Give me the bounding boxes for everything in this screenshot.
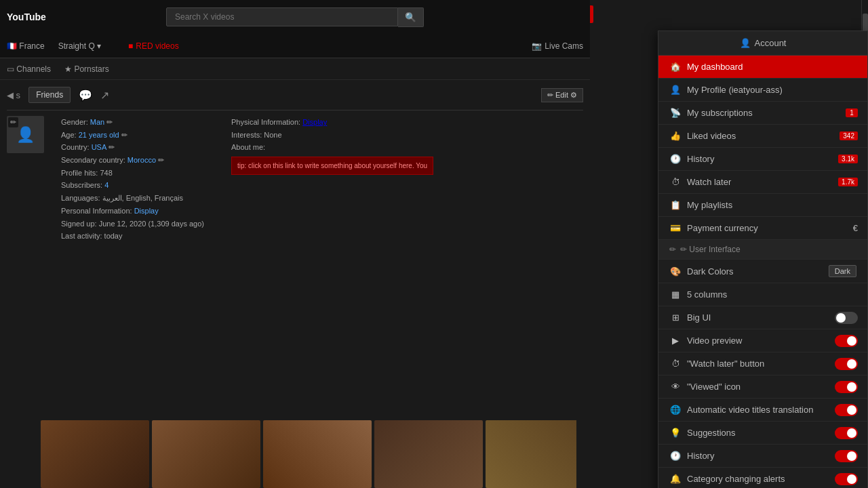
menu-item-watchlater-btn[interactable]: ⏱ "Watch later" button	[658, 352, 867, 375]
subscribers-link[interactable]: 4	[104, 181, 108, 189]
nav-straight[interactable]: Straight Q ▾	[58, 41, 101, 51]
menu-item-profile[interactable]: 👤 My Profile (ieatyour-ass)	[658, 79, 867, 102]
liked-icon: 👍	[669, 131, 682, 141]
sec-nav-arrow[interactable]: ◀ s	[7, 90, 20, 100]
columns-label: 5 columns	[687, 289, 727, 300]
personal-info-link[interactable]: Display	[134, 207, 159, 215]
dropdown-header: 👤 Account	[658, 31, 867, 56]
menu-item-watchlater[interactable]: ⏱ Watch later 1.7k	[658, 171, 867, 194]
profile-actions: ◀ s Friends 💬 ↗ ✏ Edit ⚙	[7, 87, 583, 103]
menu-item-viewed-icon[interactable]: 👁 "Viewed" icon	[658, 375, 867, 399]
thumbnail-5[interactable]	[486, 420, 576, 488]
about-field: About me:	[231, 141, 433, 154]
thumbnail-4[interactable]	[374, 420, 483, 488]
profile-info: Gender: Man ✏ Age: 21 years old ✏ Countr…	[61, 116, 204, 243]
nav-red-videos[interactable]: ■ RED videos	[128, 41, 179, 51]
search-input[interactable]	[166, 7, 398, 26]
share-icon[interactable]: ↗	[100, 89, 109, 102]
watchlater-btn-icon: ⏱	[669, 359, 682, 369]
big-ui-icon: ⊞	[669, 312, 682, 323]
history-toggle-label: History	[687, 451, 714, 461]
menu-item-subscriptions[interactable]: 📡 My subscriptions 1	[658, 102, 867, 125]
subscriptions-badge: 1	[846, 108, 858, 117]
nav-france[interactable]: 🇫🇷 France	[7, 41, 45, 51]
gender-link[interactable]: Man	[90, 118, 104, 126]
watchlater-badge: 1.7k	[838, 178, 858, 186]
profile-label: My Profile (ieatyour-ass)	[687, 85, 783, 95]
history-label: History	[687, 154, 714, 164]
sec-nav: ▭ Channels ★ Pornstars	[0, 58, 590, 80]
payment-label: Payment currency	[687, 223, 758, 233]
big-ui-toggle[interactable]	[835, 312, 858, 324]
menu-item-dashboard[interactable]: 🏠 My dashboard	[658, 56, 867, 79]
avatar: 👤 ✏	[7, 116, 44, 153]
edit-avatar-button[interactable]: ✏	[8, 117, 18, 127]
menu-item-liked[interactable]: 👍 Liked videos 342	[658, 125, 867, 148]
message-icon[interactable]: 💬	[79, 89, 92, 102]
country-link[interactable]: USA	[92, 143, 106, 151]
video-preview-icon: ▶	[669, 336, 682, 346]
dark-badge: Dark	[829, 265, 856, 277]
history-toggle[interactable]	[835, 450, 858, 462]
dashboard-icon: 🏠	[669, 62, 682, 72]
auto-translate-toggle[interactable]	[835, 404, 858, 416]
menu-item-payment[interactable]: 💳 Payment currency €	[658, 217, 867, 240]
suggestions-label: Suggestions	[687, 428, 736, 438]
menu-item-video-preview[interactable]: ▶ Video preview	[658, 329, 867, 352]
menu-item-suggestions[interactable]: 💡 Suggestions	[658, 422, 867, 445]
menu-item-big-ui[interactable]: ⊞ Big UI	[658, 306, 867, 329]
friends-button[interactable]: Friends	[28, 87, 71, 103]
signed-up-field: Signed up: June 12, 2020 (1,309 days ago…	[61, 218, 204, 230]
big-ui-label: Big UI	[687, 312, 711, 323]
subscriptions-label: My subscriptions	[687, 108, 753, 118]
menu-item-history[interactable]: 🕐 History 3.1k	[658, 148, 867, 171]
history-toggle-icon: 🕐	[669, 451, 682, 461]
category-alerts-label: Category changing alerts	[687, 474, 785, 484]
physical-field: Physical Information: Display	[231, 116, 433, 129]
avatar-column: 👤 ✏	[7, 116, 47, 243]
liked-badge: 342	[840, 131, 858, 140]
top-bar: YouTube 🔍	[0, 0, 590, 34]
category-alerts-icon: 🔔	[669, 474, 682, 484]
profile-icon: 👤	[669, 85, 682, 95]
profile-area: ◀ s Friends 💬 ↗ ✏ Edit ⚙ 👤 ✏ Gender: Man…	[0, 80, 590, 249]
thumbnail-3[interactable]	[263, 420, 372, 488]
nav-bar: 🇫🇷 France Straight Q ▾ ■ RED videos 📷 Li…	[0, 34, 590, 58]
menu-item-category-alerts[interactable]: 🔔 Category changing alerts	[658, 468, 867, 488]
suggestions-toggle[interactable]	[835, 427, 858, 439]
viewed-icon-toggle[interactable]	[835, 381, 858, 393]
video-preview-label: Video preview	[687, 336, 742, 346]
payment-icon: 💳	[669, 223, 682, 233]
ui-section-header: ✏ ✏ User Interface	[658, 240, 867, 260]
languages-field: Languages: العربية, English, Français	[61, 192, 204, 205]
watchlater-btn-toggle[interactable]	[835, 358, 858, 370]
thumbnail-1[interactable]	[41, 420, 149, 488]
menu-item-columns[interactable]: ▦ 5 columns	[658, 283, 867, 306]
search-button[interactable]: 🔍	[398, 7, 424, 27]
menu-item-history-toggle[interactable]: 🕐 History	[658, 445, 867, 468]
site-logo: YouTube	[7, 12, 46, 22]
viewed-icon-label: "Viewed" icon	[687, 382, 741, 392]
subscribers-field: Subscribers: 4	[61, 179, 204, 192]
menu-item-playlists[interactable]: 📋 My playlists	[658, 194, 867, 217]
pencil-icon: ✏	[669, 245, 676, 254]
category-alerts-toggle[interactable]	[835, 473, 858, 485]
age-link[interactable]: 21 years old	[79, 131, 119, 139]
menu-item-auto-translate[interactable]: 🌐 Automatic video titles translation	[658, 399, 867, 422]
secondary-country-field: Secondary country: Morocco ✏	[61, 154, 204, 167]
thumbnail-2[interactable]	[152, 420, 260, 488]
watchlater-icon: ⏱	[669, 177, 682, 187]
nav-channels[interactable]: ▭ Channels	[7, 64, 51, 74]
thumbnails-row	[41, 420, 576, 488]
suggestions-icon: 💡	[669, 428, 682, 438]
video-preview-toggle[interactable]	[835, 335, 858, 347]
secondary-country-link[interactable]: Morocco	[127, 156, 156, 164]
personal-info-field: Personal Information: Display	[61, 205, 204, 218]
edit-button[interactable]: ✏ Edit ⚙	[541, 88, 583, 102]
physical-display-link[interactable]: Display	[302, 118, 327, 126]
nav-live-cams[interactable]: 📷 Live Cams	[532, 41, 583, 51]
menu-item-colors[interactable]: 🎨 Dark Colors Dark	[658, 260, 867, 283]
nav-pornstars[interactable]: ★ Pornstars	[64, 64, 109, 74]
age-field: Age: 21 years old ✏	[61, 129, 204, 142]
liked-label: Liked videos	[687, 131, 736, 141]
